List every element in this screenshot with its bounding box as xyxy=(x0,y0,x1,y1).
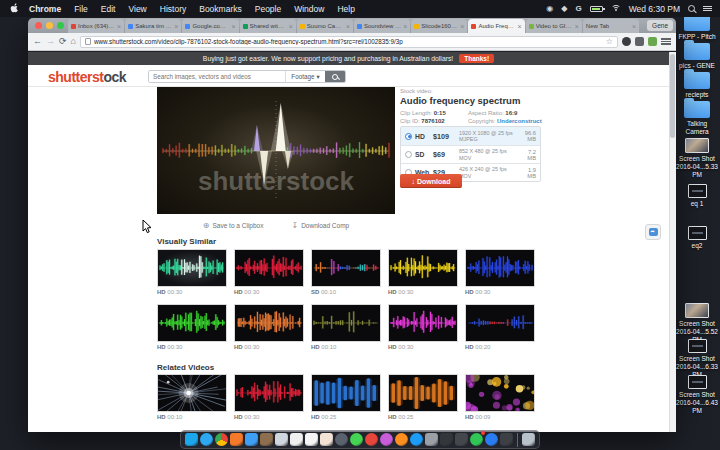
dock-terminal[interactable] xyxy=(440,433,453,446)
desktop-icon-screen-shot-2016-04-6-43-pm[interactable]: Screen Shot 2016-04...6.43 PM xyxy=(675,375,719,415)
dock-dropbox[interactable] xyxy=(485,433,498,446)
video-thumbnail[interactable]: HD 00:30 xyxy=(234,249,304,295)
dock-safari[interactable] xyxy=(200,433,213,446)
tab-close-icon[interactable]: × xyxy=(518,23,522,30)
video-thumbnail[interactable]: HD 00:30 xyxy=(157,249,227,295)
desktop-icon-fkpp-pitch[interactable]: FKPP - Pitch xyxy=(675,14,719,41)
radio-button[interactable] xyxy=(405,133,412,140)
desktop-icon-screen-shot-2016-04-5-33-pm[interactable]: Screen Shot 2016-04...5.33 PM xyxy=(675,138,719,179)
menu-file[interactable]: File xyxy=(74,4,88,14)
pricing-option-hd[interactable]: HD $109 1920 X 1080 @ 25 fps MJPEG 96.6 … xyxy=(401,127,540,145)
browser-tab[interactable]: Video to GIF | fr...× xyxy=(526,19,582,33)
profile-button[interactable]: Gene xyxy=(647,20,673,31)
menu-history[interactable]: History xyxy=(160,4,186,14)
tab-close-icon[interactable]: × xyxy=(632,23,636,30)
thumbnail-image[interactable] xyxy=(465,374,535,412)
browser-tab[interactable]: Suumo Cannes C...× xyxy=(297,19,353,33)
tab-close-icon[interactable]: × xyxy=(403,23,407,30)
desktop-icon-screen-shot-2016-04-6-33-pm[interactable]: Screen Shot 2016-04...6.33 PM xyxy=(675,339,719,379)
menu-view[interactable]: View xyxy=(128,4,146,14)
dock-photos[interactable] xyxy=(320,433,333,446)
dock-photo-booth[interactable] xyxy=(500,433,513,446)
browser-tab[interactable]: Audio Frequency...× xyxy=(468,19,524,33)
shutterstock-logo[interactable]: shutterstock xyxy=(48,69,126,85)
dock-chrome[interactable] xyxy=(215,433,228,446)
video-thumbnail[interactable]: HD 00:30 xyxy=(234,304,304,350)
dock-blender[interactable] xyxy=(230,433,243,446)
thumbnail-image[interactable] xyxy=(465,304,535,342)
thumbnail-image[interactable] xyxy=(157,249,227,287)
tab-close-icon[interactable]: × xyxy=(289,23,293,30)
feedback-widget[interactable] xyxy=(645,224,661,240)
menu-bar-clock[interactable]: Wed 6:30 PM xyxy=(629,4,680,14)
bookmark-star-icon[interactable]: ☆ xyxy=(606,38,613,46)
thumbnail-image[interactable] xyxy=(311,249,381,287)
extension-icon-1[interactable] xyxy=(622,37,631,46)
refresh-button[interactable]: ⟳ xyxy=(59,37,67,46)
minimize-window-button[interactable] xyxy=(46,22,53,29)
home-button[interactable]: ⌂ xyxy=(71,37,76,46)
thumbnail-image[interactable] xyxy=(234,374,304,412)
display-icon[interactable]: ◉ xyxy=(546,4,553,13)
search-input[interactable] xyxy=(149,71,285,82)
dock-hangouts[interactable] xyxy=(470,433,483,446)
video-thumbnail[interactable]: HD 00:30 xyxy=(388,304,458,350)
thanks-button[interactable]: Thanks! xyxy=(459,54,494,63)
dock-system-preferences[interactable] xyxy=(425,433,438,446)
zoom-window-button[interactable] xyxy=(57,22,64,29)
wifi-icon[interactable] xyxy=(611,5,621,13)
chrome-menu-icon[interactable] xyxy=(661,38,671,45)
browser-tab[interactable]: Shared with me...× xyxy=(240,19,296,33)
thumbnail-image[interactable] xyxy=(311,304,381,342)
browser-tab[interactable]: New Tab× xyxy=(583,19,639,33)
tab-close-icon[interactable]: × xyxy=(174,23,178,30)
download-button[interactable]: ↓ Download xyxy=(400,174,462,188)
radio-button[interactable] xyxy=(405,151,412,158)
thumbnail-image[interactable] xyxy=(388,249,458,287)
search-button[interactable] xyxy=(325,71,345,82)
thumbnail-image[interactable] xyxy=(388,304,458,342)
video-thumbnail[interactable]: HD 00:25 xyxy=(311,374,381,420)
browser-tab[interactable]: Google.com - C...× xyxy=(182,19,238,33)
url-text[interactable]: www.shutterstock.com/video/clip-7876102-… xyxy=(94,38,603,45)
video-thumbnail[interactable]: HD 00:30 xyxy=(388,249,458,295)
scrollbar[interactable] xyxy=(669,52,676,432)
dock-mail[interactable] xyxy=(275,433,288,446)
dock-messages[interactable] xyxy=(350,433,363,446)
dock-game-center[interactable] xyxy=(365,433,378,446)
video-player[interactable]: shutterstock xyxy=(157,87,395,214)
desktop-icon-reciepts[interactable]: reciepts xyxy=(675,72,719,99)
dock-finder[interactable] xyxy=(185,433,198,446)
thumbnail-image[interactable] xyxy=(388,374,458,412)
thumbnail-image[interactable] xyxy=(311,374,381,412)
menu-bookmarks[interactable]: Bookmarks xyxy=(199,4,242,14)
menu-chrome[interactable]: Chrome xyxy=(29,4,61,14)
desktop-icon-talking-camera[interactable]: Talking Camera xyxy=(675,101,719,136)
tab-close-icon[interactable]: × xyxy=(232,23,236,30)
google-drive-icon[interactable]: G xyxy=(575,4,581,13)
apple-menu-icon[interactable] xyxy=(10,3,19,15)
thumbnail-image[interactable] xyxy=(157,374,227,412)
address-bar[interactable]: www.shutterstock.com/video/clip-7876102-… xyxy=(80,36,618,48)
pricing-option-sd[interactable]: SD $69 852 X 480 @ 25 fps MOV 7.2 MB xyxy=(401,145,540,163)
thumbnail-image[interactable] xyxy=(234,304,304,342)
menu-window[interactable]: Window xyxy=(294,4,324,14)
dock-calendar[interactable] xyxy=(305,433,318,446)
tab-close-icon[interactable]: × xyxy=(346,23,350,30)
extension-icon-2[interactable] xyxy=(635,37,644,46)
spotlight-icon[interactable] xyxy=(688,5,695,12)
dock-app-store[interactable] xyxy=(410,433,423,446)
dock-textedit[interactable] xyxy=(290,433,303,446)
search-category-dropdown[interactable]: Footage▾ xyxy=(285,71,325,82)
dock-firefox[interactable] xyxy=(395,433,408,446)
video-thumbnail[interactable]: HD 00:09 xyxy=(465,374,535,420)
back-button[interactable]: ← xyxy=(33,37,42,46)
menu-edit[interactable]: Edit xyxy=(101,4,116,14)
copyright-link[interactable]: Underconstruct xyxy=(497,118,542,124)
dock-preview[interactable] xyxy=(245,433,258,446)
thumbnail-image[interactable] xyxy=(234,249,304,287)
thumbnail-image[interactable] xyxy=(465,249,535,287)
video-thumbnail[interactable]: SD 00:10 xyxy=(311,249,381,295)
tab-close-icon[interactable]: × xyxy=(575,23,579,30)
dock-notebook[interactable] xyxy=(260,433,273,446)
